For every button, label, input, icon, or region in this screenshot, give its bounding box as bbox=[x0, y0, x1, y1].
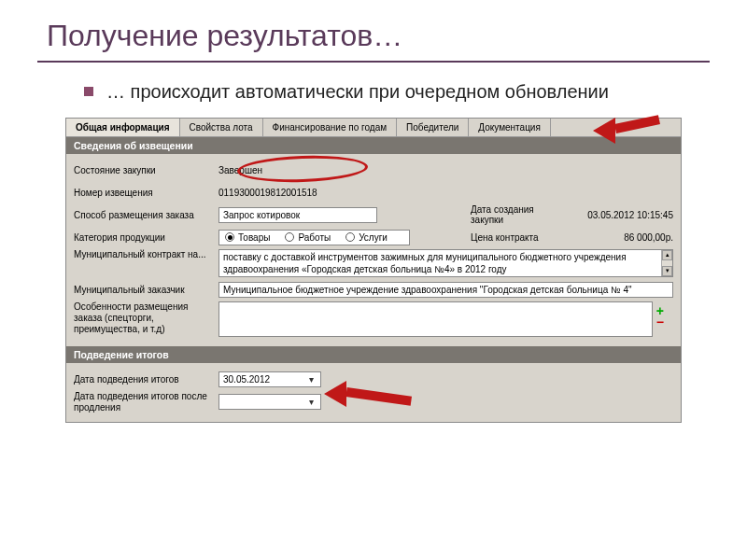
remove-icon[interactable]: − bbox=[656, 316, 664, 328]
section-header-notice: Сведения об извещении bbox=[66, 137, 681, 154]
value-created: 03.05.2012 10:15:45 bbox=[566, 210, 673, 220]
label-number: Номер извещения bbox=[74, 188, 218, 198]
label-result-date2: Дата подведения итогов после продления bbox=[74, 391, 218, 413]
radio-dot-icon bbox=[285, 232, 294, 242]
label-created: Дата создания закупки bbox=[471, 204, 557, 225]
bullet-marker bbox=[84, 87, 93, 96]
label-price: Цена контракта bbox=[471, 232, 557, 243]
title-underline bbox=[37, 61, 710, 63]
label-state: Состояние закупки bbox=[74, 165, 218, 175]
section-body-notice: Состояние закупки Завершен Номер извещен… bbox=[66, 154, 681, 346]
app-window: Общая информация Свойства лота Финансиро… bbox=[65, 118, 682, 423]
bullet-item: … происходит автоматически при очередном… bbox=[37, 79, 710, 105]
tab-winners[interactable]: Победители bbox=[397, 119, 469, 136]
label-contract: Муниципальный контракт на... bbox=[74, 249, 218, 259]
tab-financing[interactable]: Финансирование по годам bbox=[263, 119, 398, 136]
radio-dot-icon bbox=[345, 232, 355, 242]
radio-works-label: Работы bbox=[298, 232, 331, 243]
tab-docs[interactable]: Документация bbox=[469, 119, 551, 136]
radio-dot-icon bbox=[225, 232, 234, 242]
slide-title: Получение результатов… bbox=[37, 19, 710, 53]
input-customer[interactable] bbox=[218, 282, 673, 298]
radio-services[interactable]: Услуги bbox=[345, 232, 388, 243]
label-category: Категория продукции bbox=[74, 232, 218, 243]
textarea-features[interactable] bbox=[218, 301, 653, 337]
scroll-down-icon[interactable]: ▾ bbox=[662, 266, 672, 276]
scrollbar[interactable]: ▴ ▾ bbox=[661, 250, 672, 276]
textarea-contract-text: поставку с доставкой инструментов зажимн… bbox=[223, 252, 627, 274]
scroll-up-icon[interactable]: ▴ bbox=[662, 250, 672, 260]
dropdown-icon[interactable]: ▾ bbox=[305, 374, 317, 385]
label-method: Способ размещения заказа bbox=[74, 210, 218, 220]
value-price: 86 000,00р. bbox=[566, 232, 673, 243]
input-result-date[interactable]: 30.05.2012 ▾ bbox=[218, 371, 321, 387]
input-method[interactable] bbox=[218, 207, 377, 223]
radio-services-label: Услуги bbox=[359, 232, 388, 243]
section-body-results: Дата подведения итогов 30.05.2012 ▾ Дата… bbox=[66, 363, 681, 422]
radio-group-category: Товары Работы Услуги bbox=[218, 230, 410, 245]
radio-goods-label: Товары bbox=[238, 232, 270, 243]
value-number: 0119300019812001518 bbox=[218, 188, 317, 198]
section-header-results: Подведение итогов bbox=[66, 346, 681, 363]
label-customer: Муниципальный заказчик bbox=[74, 285, 218, 295]
tab-bar: Общая информация Свойства лота Финансиро… bbox=[66, 119, 681, 137]
value-state: Завершен bbox=[218, 165, 262, 175]
label-result-date: Дата подведения итогов bbox=[74, 374, 218, 385]
tab-general[interactable]: Общая информация bbox=[66, 119, 180, 136]
textarea-contract[interactable]: поставку с доставкой инструментов зажимн… bbox=[218, 249, 673, 277]
bullet-text: … происходит автоматически при очередном… bbox=[106, 79, 609, 105]
tab-lot[interactable]: Свойства лота bbox=[180, 119, 263, 136]
label-features: Особенности размещения заказа (спецторги… bbox=[74, 301, 218, 335]
input-result-date2[interactable]: ▾ bbox=[218, 394, 321, 410]
radio-works[interactable]: Работы bbox=[285, 232, 331, 243]
date-value: 30.05.2012 bbox=[223, 374, 270, 385]
radio-goods[interactable]: Товары bbox=[225, 232, 270, 243]
dropdown-icon[interactable]: ▾ bbox=[305, 397, 317, 407]
